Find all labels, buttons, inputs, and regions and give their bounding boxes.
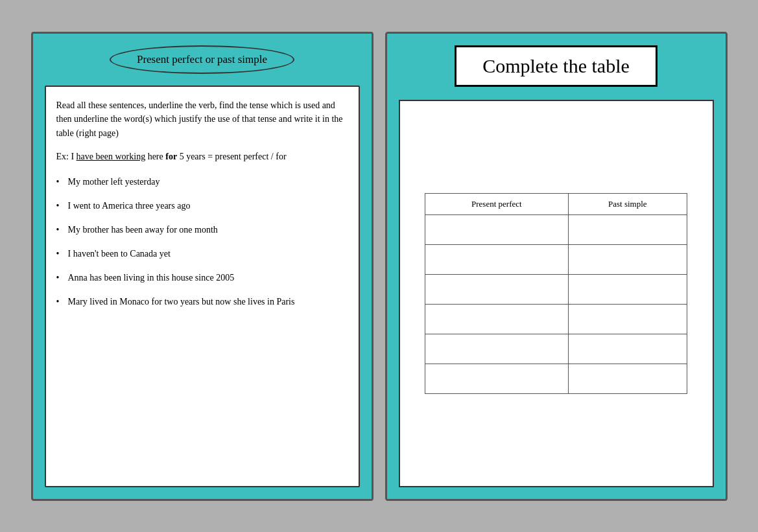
cell-ps-4[interactable] (568, 304, 687, 334)
table-row (425, 364, 687, 393)
header-past-simple: Past simple (568, 193, 687, 214)
list-item: I went to America three years ago (56, 199, 348, 213)
table-row (425, 244, 687, 274)
cell-pp-1[interactable] (425, 214, 569, 244)
right-panel: Complete the table 2@printables.com Pres… (385, 32, 728, 501)
example-underline: have been working (77, 152, 146, 161)
table-header-row: Present perfect Past simple (425, 193, 687, 214)
left-content-box: Read all these sentences, underline the … (45, 86, 360, 487)
cell-ps-2[interactable] (568, 244, 687, 274)
cell-ps-6[interactable] (568, 364, 687, 393)
header-present-perfect: Present perfect (425, 193, 569, 214)
instruction-text: Read all these sentences, underline the … (56, 98, 348, 141)
sentences-list: My mother left yesterday I went to Ameri… (56, 175, 348, 308)
table-content-box: 2@printables.com Present perfect Past si… (399, 100, 714, 487)
data-table: Present perfect Past simple (425, 193, 687, 394)
table-row (425, 274, 687, 304)
table-row (425, 334, 687, 364)
cell-ps-1[interactable] (568, 214, 687, 244)
table-row (425, 214, 687, 244)
list-item: I haven't been to Canada yet (56, 247, 348, 260)
example-text: Ex: I have been working here for 5 years… (56, 150, 348, 164)
list-item: My brother has been away for one month (56, 223, 348, 237)
list-item: Mary lived in Monaco for two years but n… (56, 295, 348, 308)
cell-pp-3[interactable] (425, 274, 569, 304)
cell-ps-3[interactable] (568, 274, 687, 304)
oval-title-wrapper: Present perfect or past simple (45, 45, 360, 74)
cell-pp-2[interactable] (425, 244, 569, 274)
cell-ps-5[interactable] (568, 334, 687, 364)
list-item: My mother left yesterday (56, 175, 348, 189)
cell-pp-6[interactable] (425, 364, 569, 393)
outer-wrapper: Present perfect or past simple Read all … (19, 20, 739, 513)
list-item: Anna has been living in this house since… (56, 271, 348, 284)
left-panel: Present perfect or past simple Read all … (31, 32, 373, 501)
cell-pp-5[interactable] (425, 334, 569, 364)
oval-title: Present perfect or past simple (110, 45, 294, 74)
example-for: for (165, 152, 177, 161)
complete-table-title: Complete the table (455, 45, 657, 87)
cell-pp-4[interactable] (425, 304, 569, 334)
complete-table-title-wrapper: Complete the table (399, 45, 714, 87)
table-row (425, 304, 687, 334)
